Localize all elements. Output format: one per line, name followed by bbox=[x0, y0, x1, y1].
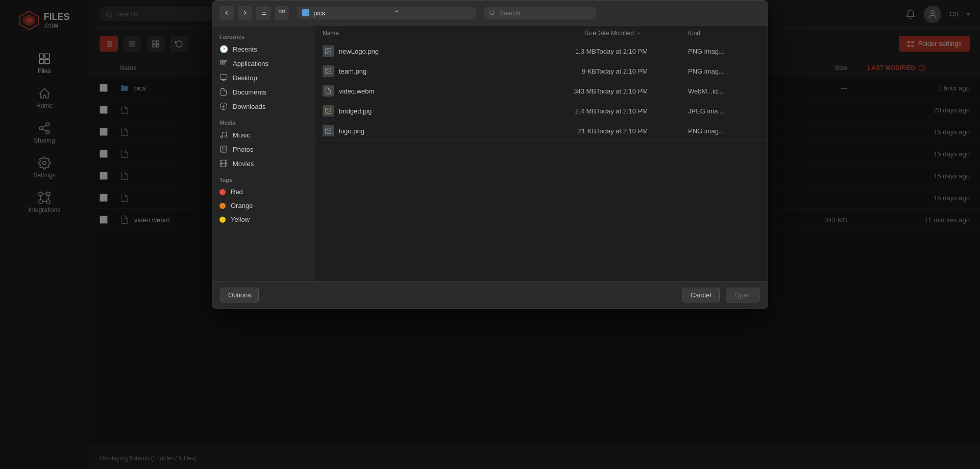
dialog-file-list: Name Size Date Modified Kind bbox=[314, 26, 768, 281]
sidebar-item-recents[interactable]: 🕐 Recents bbox=[212, 42, 314, 56]
dialog-options-button[interactable]: Options bbox=[220, 288, 259, 302]
svg-rect-51 bbox=[223, 63, 225, 64]
file-kind-cell: PNG imag... bbox=[688, 127, 760, 135]
dialog-toolbar: pics ⌃ bbox=[212, 1, 768, 26]
file-thumbnail-icon bbox=[323, 105, 334, 116]
dialog-overlay[interactable]: pics ⌃ Favorites 🕐 Recents bbox=[0, 0, 980, 469]
file-kind-cell: JPEG ima... bbox=[688, 107, 760, 115]
file-kind-cell: PNG imag... bbox=[688, 67, 760, 75]
file-date-cell: Today at 2:10 PM bbox=[596, 48, 688, 55]
dialog-open-button[interactable]: Open bbox=[726, 288, 760, 302]
tag-yellow-label: Yellow bbox=[231, 216, 250, 223]
file-name-cell: team.png bbox=[323, 65, 535, 77]
sidebar-item-photos[interactable]: Photos bbox=[212, 142, 314, 156]
documents-icon bbox=[219, 88, 228, 96]
sidebar-item-tag-orange[interactable]: Orange bbox=[212, 199, 314, 213]
file-size-cell: 1.3 MB bbox=[535, 48, 596, 55]
sidebar-item-documents-label: Documents bbox=[233, 88, 266, 96]
tag-red-label: Red bbox=[231, 188, 243, 196]
kind-column: Kind bbox=[688, 30, 760, 37]
svg-rect-47 bbox=[220, 60, 222, 62]
svg-rect-45 bbox=[282, 10, 284, 12]
dialog-sidebar: Favorites 🕐 Recents bbox=[212, 26, 314, 281]
file-name-text: newLogo.png bbox=[339, 48, 379, 55]
sidebar-item-recents-label: Recents bbox=[233, 45, 257, 53]
file-thumbnail-icon bbox=[323, 85, 334, 97]
svg-point-68 bbox=[327, 69, 328, 71]
svg-rect-49 bbox=[225, 60, 227, 62]
file-size-cell: 9 KB bbox=[535, 67, 596, 75]
file-kind-cell: WebM...id... bbox=[688, 87, 760, 95]
file-name-text: team.png bbox=[339, 67, 366, 75]
dialog-arrange-button[interactable] bbox=[275, 6, 289, 20]
file-size-cell: 21 KB bbox=[535, 127, 596, 135]
applications-icon bbox=[219, 59, 228, 67]
svg-rect-48 bbox=[223, 60, 225, 62]
sidebar-item-downloads-label: Downloads bbox=[233, 103, 265, 110]
file-name-text: video.webm bbox=[339, 87, 374, 95]
svg-point-70 bbox=[327, 109, 328, 110]
file-thumbnail-icon bbox=[323, 65, 334, 77]
file-date-cell: Today at 2:10 PM bbox=[596, 87, 688, 95]
favorites-section-title: Favorites bbox=[212, 32, 314, 42]
file-date-cell: Today at 2:10 PM bbox=[596, 67, 688, 75]
dialog-footer: Options Cancel Open bbox=[212, 281, 768, 309]
sidebar-item-desktop[interactable]: Desktop bbox=[212, 71, 314, 85]
file-dialog: pics ⌃ Favorites 🕐 Recents bbox=[212, 0, 768, 309]
dialog-body: Favorites 🕐 Recents bbox=[212, 26, 768, 281]
svg-point-72 bbox=[327, 129, 328, 130]
dialog-search-input[interactable] bbox=[499, 9, 591, 17]
file-date-cell: Today at 2:10 PM bbox=[596, 107, 688, 115]
sidebar-item-desktop-label: Desktop bbox=[233, 74, 257, 82]
sort-icon bbox=[636, 30, 642, 36]
dialog-file-row[interactable]: newLogo.png 1.3 MB Today at 2:10 PM PNG … bbox=[314, 41, 768, 61]
file-date-cell: Today at 2:10 PM bbox=[596, 127, 688, 135]
dialog-search-container bbox=[484, 7, 596, 19]
file-name-cell: logo.png bbox=[323, 125, 535, 136]
file-thumbnail-icon bbox=[323, 45, 334, 57]
location-folder-icon bbox=[302, 9, 309, 16]
sidebar-item-movies[interactable]: Movies bbox=[212, 156, 314, 171]
dialog-file-row[interactable]: logo.png 21 KB Today at 2:10 PM PNG imag… bbox=[314, 121, 768, 141]
tags-section: Tags Red Orange Yellow bbox=[212, 175, 314, 226]
sidebar-item-applications[interactable]: Applications bbox=[212, 56, 314, 71]
sidebar-item-music-label: Music bbox=[233, 131, 250, 139]
sidebar-item-tag-yellow[interactable]: Yellow bbox=[212, 213, 314, 226]
dialog-file-header: Name Size Date Modified Kind bbox=[314, 26, 768, 41]
sidebar-item-tag-red[interactable]: Red bbox=[212, 185, 314, 199]
sidebar-item-applications-label: Applications bbox=[233, 60, 268, 67]
sidebar-item-downloads[interactable]: Downloads bbox=[212, 99, 314, 113]
name-sort-button[interactable]: Name bbox=[323, 30, 535, 37]
dialog-cancel-button[interactable]: Cancel bbox=[682, 288, 720, 302]
svg-point-58 bbox=[225, 135, 227, 137]
media-section-title: Media bbox=[212, 118, 314, 128]
file-name-cell: bridged.jpg bbox=[323, 105, 535, 116]
dialog-location-bar[interactable]: pics ⌃ bbox=[297, 7, 476, 19]
sidebar-item-photos-label: Photos bbox=[233, 146, 253, 153]
dialog-forward-button[interactable] bbox=[238, 6, 252, 20]
dialog-file-row[interactable]: bridged.jpg 2.4 MB Today at 2:10 PM JPEG… bbox=[314, 101, 768, 121]
file-name-text: logo.png bbox=[339, 127, 364, 135]
downloads-icon bbox=[219, 102, 228, 110]
svg-rect-44 bbox=[279, 10, 281, 12]
yellow-tag-dot bbox=[219, 217, 226, 223]
sidebar-item-movies-label: Movies bbox=[233, 160, 254, 168]
dialog-back-button[interactable] bbox=[219, 6, 234, 20]
size-column: Size bbox=[535, 30, 596, 37]
sidebar-item-music[interactable]: Music bbox=[212, 128, 314, 142]
svg-point-57 bbox=[220, 136, 223, 138]
file-size-cell: 343 MB bbox=[535, 87, 596, 95]
file-thumbnail-icon bbox=[323, 125, 334, 136]
dialog-view-toggle-button[interactable] bbox=[256, 6, 271, 20]
dialog-file-row[interactable]: team.png 9 KB Today at 2:10 PM PNG imag.… bbox=[314, 61, 768, 81]
svg-rect-52 bbox=[220, 75, 227, 79]
file-kind-cell: PNG imag... bbox=[688, 48, 760, 55]
dialog-location-text: pics bbox=[313, 9, 390, 17]
dialog-file-row[interactable]: video.webm 343 MB Today at 2:10 PM WebM.… bbox=[314, 81, 768, 101]
sidebar-item-documents[interactable]: Documents bbox=[212, 85, 314, 99]
tags-section-title: Tags bbox=[212, 175, 314, 185]
movies-icon bbox=[219, 159, 228, 168]
file-name-cell: video.webm bbox=[323, 85, 535, 97]
media-section: Media Music bbox=[212, 118, 314, 171]
red-tag-dot bbox=[219, 189, 226, 195]
